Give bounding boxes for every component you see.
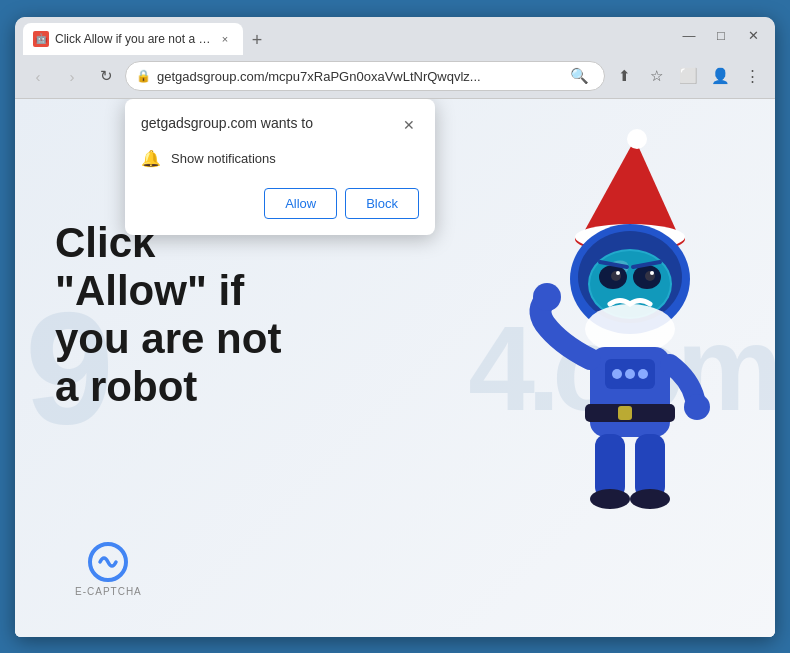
svg-point-15 <box>616 271 620 275</box>
svg-rect-19 <box>618 406 632 420</box>
block-button[interactable]: Block <box>345 188 419 219</box>
ecaptcha-label: E-CAPTCHA <box>75 586 142 597</box>
svg-point-22 <box>625 369 635 379</box>
svg-point-29 <box>630 489 670 509</box>
popup-title: getgadsgroup.com wants to <box>141 115 313 131</box>
bookmark-button[interactable]: ☆ <box>641 61 671 91</box>
toolbar-actions: ⬆ ☆ ⬜ 👤 ⋮ <box>609 61 767 91</box>
popup-close-button[interactable]: ✕ <box>399 115 419 135</box>
tab-title: Click Allow if you are not a robot <box>55 32 211 46</box>
window-controls: — □ ✕ <box>675 25 767 47</box>
popup-header: getgadsgroup.com wants to ✕ <box>141 115 419 135</box>
active-tab[interactable]: Click Allow if you are not a robot × <box>23 23 243 55</box>
forward-button[interactable]: › <box>57 61 87 91</box>
new-tab-button[interactable]: + <box>243 27 271 55</box>
notification-text: Show notifications <box>171 151 276 166</box>
back-button[interactable]: ‹ <box>23 61 53 91</box>
svg-point-23 <box>638 369 648 379</box>
svg-point-21 <box>612 369 622 379</box>
tab-search-button[interactable]: ⬜ <box>673 61 703 91</box>
page-main-text: Click "Allow" if you are not a robot <box>55 219 281 412</box>
close-button[interactable]: ✕ <box>739 25 767 47</box>
page-content: 9 4.com Click "Allow" if you are not a r… <box>15 99 775 637</box>
url-text: getgadsgroup.com/mcpu7xRaPGn0oxaVwLtNrQw… <box>157 69 558 84</box>
address-bar[interactable]: 🔒 getgadsgroup.com/mcpu7xRaPGn0oxaVwLtNr… <box>125 61 605 91</box>
svg-point-28 <box>590 489 630 509</box>
robot-character <box>465 129 745 529</box>
title-bar: Click Allow if you are not a robot × + —… <box>15 17 775 55</box>
page-text-line3: you are not <box>55 315 281 363</box>
svg-point-4 <box>627 129 647 149</box>
lock-icon: 🔒 <box>136 69 151 83</box>
toolbar: ‹ › ↻ 🔒 getgadsgroup.com/mcpu7xRaPGn0oxa… <box>15 55 775 99</box>
svg-point-25 <box>684 394 710 420</box>
svg-point-10 <box>585 304 675 354</box>
bell-icon: 🔔 <box>141 149 161 168</box>
search-icon[interactable]: 🔍 <box>564 61 594 91</box>
page-text-line2: "Allow" if <box>55 267 281 315</box>
share-button[interactable]: ⬆ <box>609 61 639 91</box>
maximize-button[interactable]: □ <box>707 25 735 47</box>
profile-button[interactable]: 👤 <box>705 61 735 91</box>
minimize-button[interactable]: — <box>675 25 703 47</box>
menu-button[interactable]: ⋮ <box>737 61 767 91</box>
popup-notification-row: 🔔 Show notifications <box>141 145 419 172</box>
tab-strip: Click Allow if you are not a robot × + <box>23 17 671 55</box>
reload-button[interactable]: ↻ <box>91 61 121 91</box>
svg-point-16 <box>650 271 654 275</box>
ecaptcha-logo: E-CAPTCHA <box>75 542 142 597</box>
browser-window: Click Allow if you are not a robot × + —… <box>15 17 775 637</box>
page-text-line4: a robot <box>55 363 281 411</box>
allow-button[interactable]: Allow <box>264 188 337 219</box>
popup-buttons: Allow Block <box>141 188 419 219</box>
ecaptcha-icon <box>88 542 128 582</box>
notification-popup: getgadsgroup.com wants to ✕ 🔔 Show notif… <box>125 99 435 235</box>
tab-close-button[interactable]: × <box>217 31 233 47</box>
svg-point-24 <box>533 283 561 311</box>
tab-favicon <box>33 31 49 47</box>
